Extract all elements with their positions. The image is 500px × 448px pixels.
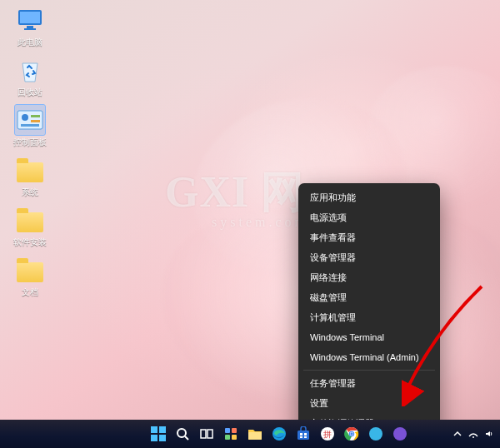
desktop-icon-label: 系统 bbox=[5, 187, 55, 197]
svg-rect-24 bbox=[300, 433, 302, 436]
control-panel-icon bbox=[15, 105, 45, 135]
tray-volume-icon[interactable] bbox=[483, 428, 495, 440]
svg-rect-9 bbox=[151, 426, 158, 433]
svg-rect-26 bbox=[300, 436, 302, 438]
desktop-icon-folder-3[interactable]: 文档 bbox=[5, 255, 55, 297]
file-explorer-button[interactable] bbox=[245, 424, 265, 444]
svg-rect-18 bbox=[232, 428, 237, 433]
search-button[interactable] bbox=[172, 424, 192, 444]
svg-rect-10 bbox=[159, 426, 166, 433]
widgets-button[interactable] bbox=[221, 424, 241, 444]
svg-point-33 bbox=[350, 432, 352, 435]
taskbar: 拼 bbox=[0, 420, 500, 448]
desktop-icon-folder-1[interactable]: 系统 bbox=[5, 155, 55, 197]
desktop-icon-label: 控制面板 bbox=[5, 137, 55, 147]
menu-item-settings[interactable]: 设置 bbox=[298, 393, 440, 413]
svg-rect-6 bbox=[31, 115, 40, 117]
menu-item-windows-terminal[interactable]: Windows Terminal bbox=[298, 327, 440, 347]
desktop-icon-label: 软件安装 bbox=[5, 237, 55, 247]
folder-icon bbox=[15, 255, 45, 285]
svg-point-5 bbox=[22, 114, 28, 121]
edge-button[interactable] bbox=[269, 424, 289, 444]
svg-rect-3 bbox=[24, 28, 36, 30]
tray-network-icon[interactable] bbox=[468, 428, 479, 440]
this-pc-icon bbox=[15, 5, 45, 35]
svg-rect-27 bbox=[304, 436, 307, 438]
svg-rect-1 bbox=[20, 12, 40, 23]
pinned-app-1[interactable] bbox=[366, 424, 386, 444]
start-button[interactable] bbox=[148, 424, 168, 444]
svg-rect-2 bbox=[27, 26, 33, 28]
svg-point-34 bbox=[369, 427, 382, 441]
svg-rect-8 bbox=[21, 124, 39, 127]
chrome-button[interactable] bbox=[342, 424, 362, 444]
svg-rect-16 bbox=[208, 430, 212, 438]
desktop-icon-label: 文档 bbox=[5, 287, 55, 297]
svg-rect-15 bbox=[201, 430, 206, 438]
menu-item-network-connections[interactable]: 网络连接 bbox=[298, 267, 440, 287]
menu-item-disk-management[interactable]: 磁盘管理 bbox=[298, 287, 440, 307]
store-button[interactable] bbox=[293, 424, 313, 444]
folder-icon bbox=[15, 155, 45, 185]
desktop-icon-label: 回收站 bbox=[5, 87, 55, 97]
desktop-icon-label: 此电脑 bbox=[5, 37, 55, 47]
desktop-icon-recycle-bin[interactable]: 回收站 bbox=[5, 55, 55, 97]
svg-text:拼: 拼 bbox=[323, 430, 332, 439]
menu-item-computer-management[interactable]: 计算机管理 bbox=[298, 307, 440, 327]
menu-item-power-options[interactable]: 电源选项 bbox=[298, 207, 440, 227]
desktop-icon-folder-2[interactable]: 软件安装 bbox=[5, 205, 55, 247]
desktop[interactable]: GXI 网 system.com 此电脑 回收站 控制面板 系统 软件安装 文档… bbox=[0, 0, 500, 448]
menu-item-task-manager[interactable]: 任务管理器 bbox=[298, 373, 440, 393]
menu-item-device-manager[interactable]: 设备管理器 bbox=[298, 247, 440, 267]
tray-chevron-icon[interactable] bbox=[452, 428, 463, 440]
folder-icon bbox=[15, 205, 45, 235]
taskbar-tray bbox=[452, 428, 495, 440]
svg-point-13 bbox=[178, 429, 186, 437]
svg-rect-17 bbox=[225, 428, 230, 433]
taskbar-center: 拼 bbox=[148, 424, 410, 444]
svg-point-36 bbox=[472, 436, 474, 438]
svg-rect-20 bbox=[232, 435, 237, 440]
desktop-icon-control-panel[interactable]: 控制面板 bbox=[5, 105, 55, 147]
svg-point-35 bbox=[393, 427, 407, 441]
menu-item-windows-terminal-admin[interactable]: Windows Terminal (Admin) bbox=[298, 347, 440, 367]
svg-rect-12 bbox=[159, 435, 166, 441]
task-view-button[interactable] bbox=[197, 424, 217, 444]
pinned-app-2[interactable] bbox=[390, 424, 410, 444]
svg-rect-21 bbox=[248, 432, 262, 440]
menu-item-apps-features[interactable]: 应用和功能 bbox=[298, 187, 440, 207]
svg-rect-19 bbox=[225, 435, 230, 440]
winx-context-menu: 应用和功能 电源选项 事件查看器 设备管理器 网络连接 磁盘管理 计算机管理 W… bbox=[298, 183, 440, 448]
desktop-icon-this-pc[interactable]: 此电脑 bbox=[5, 5, 55, 47]
svg-rect-7 bbox=[31, 120, 40, 122]
menu-separator bbox=[303, 370, 435, 371]
svg-rect-11 bbox=[151, 435, 158, 441]
menu-item-event-viewer[interactable]: 事件查看器 bbox=[298, 227, 440, 247]
svg-line-14 bbox=[185, 436, 188, 440]
ime-button[interactable]: 拼 bbox=[318, 424, 338, 444]
svg-rect-23 bbox=[298, 431, 309, 440]
recycle-bin-icon bbox=[15, 55, 45, 85]
svg-rect-25 bbox=[304, 433, 307, 436]
